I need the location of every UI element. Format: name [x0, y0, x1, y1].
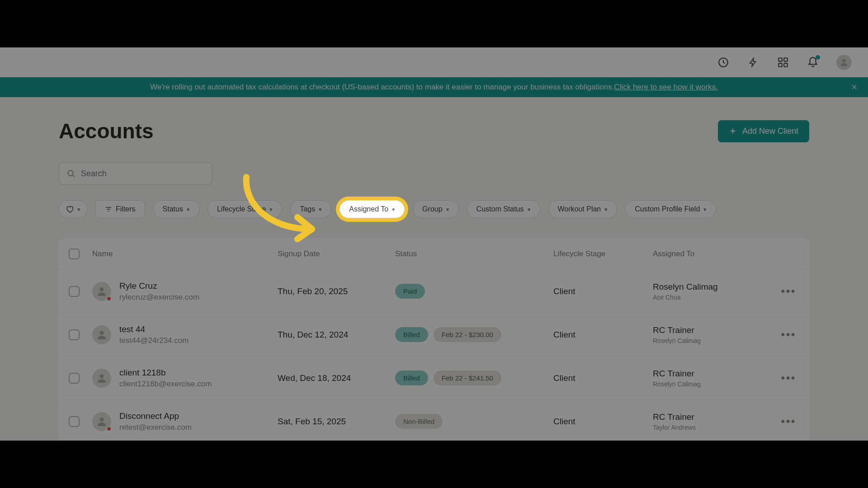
- client-name: Disconnect App: [119, 411, 192, 421]
- billing-extra-badge: Feb 22 - $230.00: [434, 327, 501, 342]
- row-checkbox[interactable]: [69, 286, 80, 297]
- topbar: [0, 47, 868, 77]
- row-checkbox[interactable]: [69, 373, 80, 384]
- status-dot-icon: [106, 426, 112, 432]
- row-actions-icon[interactable]: •••: [781, 371, 796, 385]
- row-actions-icon[interactable]: •••: [781, 328, 796, 342]
- col-stage: Lifecycle Stage: [553, 249, 653, 258]
- filter-workout-plan[interactable]: Workout Plan▾: [548, 200, 618, 218]
- heart-icon: [66, 205, 74, 213]
- filter-tags[interactable]: Tags▾: [290, 200, 331, 218]
- client-avatar: [92, 412, 111, 431]
- filter-row: ▾ Filters Status▾ Lifecycle Stage▾ Tags▾…: [59, 200, 809, 218]
- row-checkbox[interactable]: [69, 416, 80, 427]
- col-status: Status: [395, 249, 553, 258]
- table-row[interactable]: test 44 test44@24r234.com Thu, Dec 12, 2…: [59, 313, 809, 357]
- close-icon[interactable]: ×: [851, 81, 857, 93]
- svg-rect-4: [784, 63, 788, 67]
- signup-date: Sat, Feb 15, 2025: [278, 417, 395, 427]
- table-row[interactable]: Disconnect App retest@exercise.com Sat, …: [59, 400, 809, 443]
- clients-table: Name Signup Date Status Lifecycle Stage …: [59, 238, 809, 443]
- client-email: rylecruz@exercise.com: [119, 293, 199, 302]
- search-icon: [66, 169, 75, 178]
- filter-icon: [105, 206, 112, 213]
- row-actions-icon[interactable]: •••: [781, 284, 796, 298]
- banner-link[interactable]: Click here to see how it works.: [614, 83, 718, 92]
- add-client-label: Add New Client: [742, 127, 798, 136]
- chevron-down-icon: ▾: [446, 206, 449, 213]
- favorites-filter[interactable]: ▾: [59, 200, 87, 218]
- filter-assigned-to[interactable]: Assigned To▾: [340, 200, 405, 218]
- status-badge: Non-Billed: [395, 414, 443, 429]
- apps-icon[interactable]: [777, 56, 789, 69]
- filters-button[interactable]: Filters: [95, 200, 145, 218]
- filter-custom-status[interactable]: Custom Status▾: [467, 200, 540, 218]
- chevron-down-icon: ▾: [77, 206, 80, 213]
- client-email: test44@24r234.com: [119, 336, 189, 345]
- signup-date: Thu, Feb 20, 2025: [278, 286, 395, 296]
- assigned-secondary: Roselyn Calimag: [653, 380, 770, 388]
- filter-group[interactable]: Group▾: [413, 200, 458, 218]
- svg-rect-3: [778, 63, 782, 67]
- banner-text: We're rolling out automated tax calculat…: [150, 83, 614, 92]
- svg-rect-2: [784, 58, 788, 61]
- client-avatar: [92, 325, 111, 344]
- client-avatar: [92, 369, 111, 388]
- search-input[interactable]: [81, 169, 205, 178]
- announcement-banner: We're rolling out automated tax calculat…: [0, 77, 868, 97]
- chevron-down-icon: ▾: [269, 206, 273, 213]
- filters-label: Filters: [116, 205, 136, 213]
- lightning-icon[interactable]: [747, 56, 760, 69]
- assigned-secondary: Taylor Andrews: [653, 424, 770, 431]
- table-row[interactable]: client 1218b client1218b@exercise.com We…: [59, 357, 809, 400]
- notification-dot: [816, 55, 820, 60]
- assigned-primary: RC Trainer: [653, 369, 770, 379]
- user-avatar[interactable]: [836, 55, 852, 70]
- chevron-down-icon: ▾: [392, 206, 395, 213]
- client-name: client 1218b: [119, 368, 212, 378]
- notifications-icon[interactable]: [807, 56, 819, 69]
- clock-icon[interactable]: [717, 56, 730, 69]
- filter-lifecycle-stage[interactable]: Lifecycle Stage▾: [208, 200, 283, 218]
- client-avatar: [92, 282, 111, 301]
- chevron-down-icon: ▾: [528, 206, 531, 213]
- chevron-down-icon: ▾: [187, 206, 190, 213]
- assigned-secondary: Roselyn Calimag: [653, 337, 770, 344]
- col-name: Name: [92, 249, 278, 258]
- page-title: Accounts: [59, 119, 154, 143]
- svg-rect-1: [778, 58, 782, 61]
- svg-point-8: [100, 331, 104, 335]
- col-assigned: Assigned To: [653, 249, 770, 258]
- status-badge: Billed: [395, 371, 428, 385]
- signup-date: Wed, Dec 18, 2024: [278, 373, 395, 383]
- row-checkbox[interactable]: [69, 329, 80, 340]
- client-name: Ryle Cruz: [119, 281, 199, 291]
- lifecycle-stage: Client: [553, 373, 653, 383]
- chevron-down-icon: ▾: [703, 206, 707, 213]
- assigned-primary: RC Trainer: [653, 325, 770, 335]
- table-header: Name Signup Date Status Lifecycle Stage …: [59, 238, 809, 270]
- client-email: client1218b@exercise.com: [119, 380, 212, 389]
- client-email: retest@exercise.com: [119, 423, 192, 432]
- svg-point-9: [100, 374, 104, 378]
- col-signup: Signup Date: [278, 249, 395, 258]
- signup-date: Thu, Dec 12, 2024: [278, 330, 395, 340]
- client-name: test 44: [119, 324, 189, 334]
- chevron-down-icon: ▾: [319, 206, 322, 213]
- lifecycle-stage: Client: [553, 330, 653, 340]
- row-actions-icon[interactable]: •••: [781, 414, 796, 428]
- assigned-primary: Roselyn Calimag: [653, 282, 770, 292]
- filter-custom-profile-field[interactable]: Custom Profile Field▾: [625, 200, 716, 218]
- status-badge: Paid: [395, 284, 425, 299]
- table-row[interactable]: Ryle Cruz rylecruz@exercise.com Thu, Feb…: [59, 270, 809, 313]
- svg-point-7: [100, 287, 104, 291]
- assigned-secondary: Ace Chua: [653, 294, 770, 301]
- add-client-button[interactable]: Add New Client: [718, 120, 809, 142]
- lifecycle-stage: Client: [553, 286, 653, 296]
- select-all-checkbox[interactable]: [69, 249, 80, 259]
- search-input-wrap[interactable]: [59, 162, 212, 185]
- filter-status[interactable]: Status▾: [153, 200, 199, 218]
- lifecycle-stage: Client: [553, 417, 653, 427]
- svg-point-5: [842, 59, 845, 62]
- chevron-down-icon: ▾: [604, 206, 608, 213]
